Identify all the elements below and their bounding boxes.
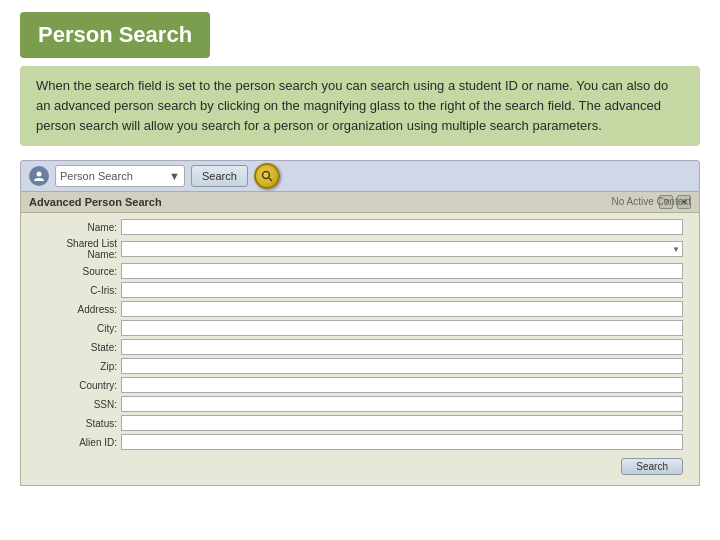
form-row-country: Country: — [37, 377, 683, 393]
label-address: Address: — [37, 304, 117, 315]
person-icon — [29, 166, 49, 186]
description-box: When the search field is set to the pers… — [20, 66, 700, 146]
page-title: Person Search — [38, 22, 192, 48]
select-shared-list[interactable]: ▼ — [121, 241, 683, 257]
no-active-context-label: No Active Context — [612, 196, 691, 207]
svg-point-1 — [262, 172, 269, 179]
search-type-dropdown[interactable]: Person Search ▼ — [55, 165, 185, 187]
input-state[interactable] — [121, 339, 683, 355]
label-shared-list: Shared List Name: — [37, 238, 117, 260]
search-bar-strip: Person Search ▼ Search — [20, 160, 700, 192]
label-source: Source: — [37, 266, 117, 277]
input-ssn[interactable] — [121, 396, 683, 412]
screenshot-area: Person Search ▼ Search No Active Context… — [20, 160, 700, 486]
input-ciris[interactable] — [121, 282, 683, 298]
input-alien-id[interactable] — [121, 434, 683, 450]
search-dropdown-value: Person Search — [60, 170, 133, 182]
dropdown-arrow-icon: ▼ — [169, 170, 180, 182]
form-row-name: Name: — [37, 219, 683, 235]
svg-line-2 — [269, 178, 272, 181]
label-country: Country: — [37, 380, 117, 391]
adv-panel-header: Advanced Person Search ? ✕ — [21, 192, 699, 213]
form-row-ssn: SSN: — [37, 396, 683, 412]
adv-panel-title: Advanced Person Search — [29, 196, 162, 208]
input-address[interactable] — [121, 301, 683, 317]
label-alien-id: Alien ID: — [37, 437, 117, 448]
form-row-address: Address: — [37, 301, 683, 317]
form-row-alien-id: Alien ID: — [37, 434, 683, 450]
select-arrow-icon: ▼ — [672, 245, 680, 254]
form-row-zip: Zip: — [37, 358, 683, 374]
svg-point-0 — [37, 172, 42, 177]
label-state: State: — [37, 342, 117, 353]
label-city: City: — [37, 323, 117, 334]
form-row-status: Status: — [37, 415, 683, 431]
title-banner: Person Search — [20, 12, 210, 58]
input-status[interactable] — [121, 415, 683, 431]
input-country[interactable] — [121, 377, 683, 393]
search-button[interactable]: Search — [191, 165, 248, 187]
label-status: Status: — [37, 418, 117, 429]
label-ciris: C-Iris: — [37, 285, 117, 296]
label-name: Name: — [37, 222, 117, 233]
input-name[interactable] — [121, 219, 683, 235]
description-text: When the search field is set to the pers… — [36, 76, 684, 136]
search-action-row: Search — [21, 454, 699, 477]
form-row-city: City: — [37, 320, 683, 336]
label-zip: Zip: — [37, 361, 117, 372]
page-container: Person Search When the search field is s… — [0, 0, 720, 540]
input-zip[interactable] — [121, 358, 683, 374]
form-row-source: Source: — [37, 263, 683, 279]
input-city[interactable] — [121, 320, 683, 336]
form-row-ciris: C-Iris: — [37, 282, 683, 298]
form-row-shared-list: Shared List Name: ▼ — [37, 238, 683, 260]
input-source[interactable] — [121, 263, 683, 279]
adv-search-button[interactable]: Search — [621, 458, 683, 475]
label-ssn: SSN: — [37, 399, 117, 410]
form-grid: Name: Shared List Name: ▼ Source: — [21, 213, 699, 454]
advanced-panel: No Active Context Advanced Person Search… — [20, 192, 700, 486]
advanced-search-magnify-button[interactable] — [254, 163, 280, 189]
form-row-state: State: — [37, 339, 683, 355]
